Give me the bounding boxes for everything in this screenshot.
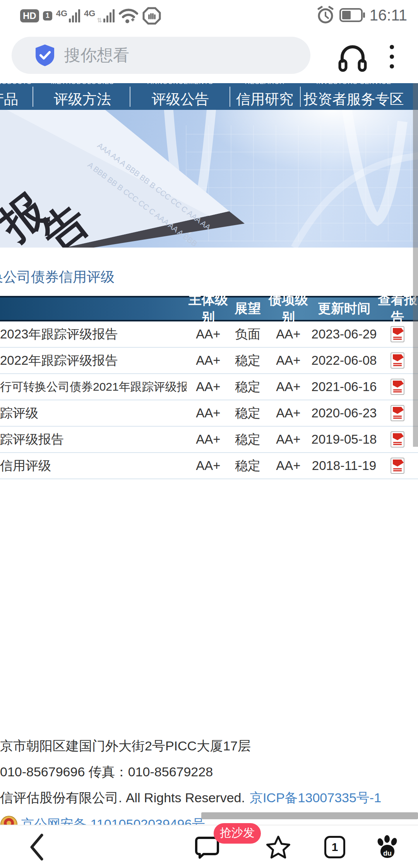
- comment-count-badge[interactable]: 抢沙发: [214, 823, 261, 844]
- updated-date: 2021-06-16: [311, 379, 377, 394]
- menu-kebab-icon[interactable]: [384, 42, 399, 71]
- rating-report-table: 主体级别 展望 债项级别 更新时间 查看报告 2023年跟踪评级报告 AA+ 负…: [0, 296, 418, 479]
- baidu-home-button[interactable]: du: [374, 825, 401, 868]
- footer-phone: 010-85679696 传真：010-85679228: [0, 763, 418, 781]
- pdf-icon[interactable]: [390, 378, 405, 395]
- header-outlook: 展望: [230, 300, 266, 318]
- pdf-icon[interactable]: [390, 326, 405, 343]
- footer-address: 京市朝阳区建国门外大街2号PICC大厦17层: [0, 737, 418, 755]
- report-name[interactable]: 行可转换公司债券2021年跟踪评级报告: [0, 379, 187, 395]
- nav-en-methodologies: METHODOLOGIES: [51, 83, 114, 86]
- subject-rating: AA+: [187, 379, 230, 394]
- nav-en-research: RESEARCH: [245, 83, 284, 86]
- safety-shield-icon: [34, 44, 56, 67]
- nav-divider: [130, 87, 130, 107]
- clock-time: 16:11: [370, 7, 407, 24]
- favorite-button[interactable]: [265, 825, 292, 868]
- hero-report-document: AAA AA A BBB BB B CCC CC C AAA AA A BBB …: [0, 110, 418, 248]
- table-header-row: 主体级别 展望 债项级别 更新时间 查看报告: [0, 296, 418, 321]
- pdf-icon[interactable]: [390, 352, 405, 369]
- search-bar[interactable]: [12, 37, 310, 74]
- nav-en-products: PRODUCTS: [0, 83, 32, 86]
- browser-bottom-bar: 抢沙发 1 du: [0, 825, 418, 868]
- subject-rating: AA+: [187, 353, 230, 368]
- signal-4g-icon-2: 4G ⇅: [84, 9, 115, 22]
- browser-search-row: [0, 32, 418, 83]
- updated-date: 2023-06-29: [311, 327, 377, 342]
- star-icon: [266, 835, 291, 859]
- site-nav-bar: PRODUCTS METHODOLOGIES ANNOUNCEMENTS RES…: [0, 83, 418, 110]
- nav-divider: [300, 87, 301, 107]
- pdf-icon[interactable]: [390, 457, 405, 474]
- outlook: 稳定: [230, 405, 266, 422]
- hero-banner: AAA AA A BBB BB B CCC CC C AAA AA A BBB …: [0, 110, 418, 248]
- subject-rating: AA+: [187, 327, 230, 342]
- bond-credit-rating-link[interactable]: 换公司债券信用评级: [0, 268, 115, 287]
- pdf-icon[interactable]: [390, 431, 405, 448]
- hd-icon: HD: [20, 9, 39, 22]
- updated-date: 2018-11-19: [311, 458, 377, 473]
- table-row: 踪评级报告 AA+ 稳定 AA+ 2019-05-18: [0, 427, 418, 453]
- subject-rating: AA+: [187, 432, 230, 447]
- nav-divider: [33, 87, 33, 107]
- pdf-icon[interactable]: [390, 405, 405, 422]
- tab-count-box: 1: [324, 836, 345, 858]
- outlook: 稳定: [230, 378, 266, 396]
- header-updated: 更新时间: [311, 300, 377, 318]
- tabs-button[interactable]: 1: [321, 825, 348, 868]
- bond-rating: AA+: [266, 353, 311, 368]
- bond-rating: AA+: [266, 406, 311, 420]
- updated-date: 2020-06-23: [311, 406, 377, 420]
- alarm-icon: [316, 5, 335, 25]
- headphones-icon[interactable]: [337, 41, 368, 73]
- outlook: 稳定: [230, 352, 266, 369]
- svg-text:du: du: [383, 849, 392, 857]
- report-name[interactable]: 踪评级: [0, 405, 187, 422]
- icp-license-link[interactable]: 京ICP备13007335号-1: [250, 789, 381, 807]
- outlook: 负面: [230, 326, 266, 343]
- report-name[interactable]: 2023年跟踪评级报告: [0, 326, 187, 343]
- horizontal-scrollbar[interactable]: [201, 812, 418, 819]
- subject-rating: AA+: [187, 458, 230, 473]
- updated-date: 2022-06-08: [311, 353, 377, 368]
- nav-divider: [230, 87, 230, 107]
- outlook: 稳定: [230, 457, 266, 475]
- nav-item-research[interactable]: 信用研究: [236, 90, 293, 109]
- sim1-icon: 1: [43, 11, 52, 21]
- updated-date: 2019-05-18: [311, 432, 377, 447]
- nav-item-announcements[interactable]: 评级公告: [152, 90, 209, 109]
- table-row: 行可转换公司债券2021年跟踪评级报告 AA+ 稳定 AA+ 2021-06-1…: [0, 374, 418, 400]
- back-button[interactable]: [23, 825, 50, 868]
- report-name[interactable]: 信用评级: [0, 457, 187, 475]
- nav-item-methodologies[interactable]: 评级方法: [54, 90, 111, 109]
- nav-en-announcements: ANNOUNCEMENTS: [147, 83, 213, 86]
- wifi-icon: [118, 7, 139, 24]
- nav-item-products[interactable]: 产品: [0, 90, 18, 109]
- report-name[interactable]: 踪评级报告: [0, 431, 187, 448]
- status-bar: HD 1 4G 4G ⇅: [0, 0, 418, 32]
- header-view-report: 查看报告: [377, 291, 418, 326]
- nav-en-investors: INVESTORS SERVICE: [316, 83, 391, 86]
- bond-rating: AA+: [266, 432, 311, 447]
- bond-rating: AA+: [266, 327, 311, 342]
- signal-4g-icon-1: 4G: [56, 9, 80, 22]
- vertical-scrollbar[interactable]: [413, 83, 418, 447]
- nav-item-investors[interactable]: 投资者服务专区: [304, 90, 404, 109]
- report-name[interactable]: 2022年跟踪评级报告: [0, 352, 187, 369]
- battery-icon: [339, 8, 365, 22]
- table-row: 信用评级 AA+ 稳定 AA+ 2018-11-19: [0, 453, 418, 479]
- search-input[interactable]: [64, 46, 299, 65]
- footer-copyright: 信评估股份有限公司. All Rights Reserved.: [0, 789, 245, 807]
- bond-rating: AA+: [266, 458, 311, 473]
- outlook: 稳定: [230, 431, 266, 448]
- bond-rating: AA+: [266, 379, 311, 394]
- table-row: 2022年跟踪评级报告 AA+ 稳定 AA+ 2022-06-08: [0, 348, 418, 374]
- header-bond-rating: 债项级别: [266, 291, 311, 326]
- subject-rating: AA+: [187, 406, 230, 420]
- table-row: 踪评级 AA+ 稳定 AA+ 2020-06-23: [0, 400, 418, 427]
- baidu-paw-icon: du: [375, 835, 400, 859]
- header-subject-rating: 主体级别: [187, 291, 230, 326]
- do-not-disturb-icon: [142, 7, 161, 25]
